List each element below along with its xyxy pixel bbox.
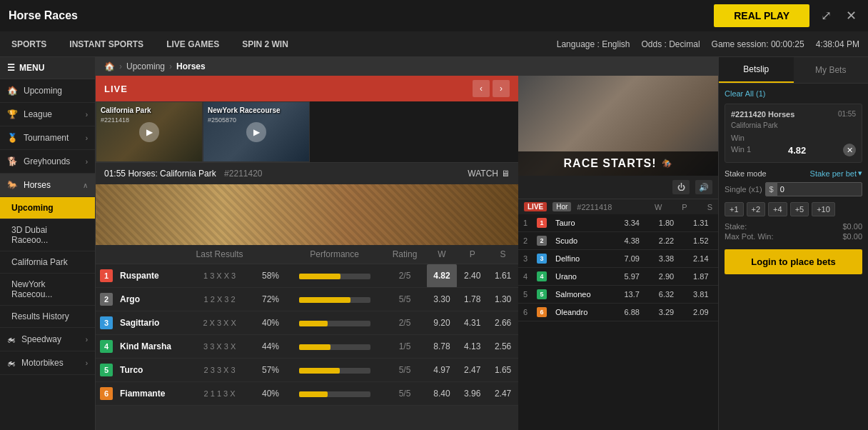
cell-s[interactable]: 1.61 [488, 264, 518, 288]
cell-w[interactable]: 13.7 [615, 286, 649, 304]
live-thumb-california[interactable]: California Park #2211418 ▶ [96, 101, 203, 162]
title-bar: Horse Races REAL PLAY ⤢ ✕ [0, 0, 868, 31]
sidebar-sub-results[interactable]: Results History [0, 306, 95, 328]
sidebar-item-motorbikes[interactable]: 🏍 Motorbikes › [0, 351, 95, 375]
sidebar-item-speedway[interactable]: 🏍 Speedway › [0, 328, 95, 351]
nav-spin2win[interactable]: SPIN 2 WIN [239, 31, 291, 57]
cell-w[interactable]: 4.38 [615, 232, 649, 250]
sidebar-item-league[interactable]: 🏆 League › [0, 103, 95, 126]
cell-w[interactable]: 5.97 [615, 268, 649, 286]
volume-button[interactable]: 🔊 [695, 180, 712, 194]
cell-p[interactable]: 1.78 [457, 288, 488, 311]
stake-input[interactable] [777, 183, 806, 196]
cell-pos: 4 [518, 268, 533, 286]
sidebar-sub-upcoming[interactable]: Upcoming [0, 197, 95, 219]
cell-p[interactable]: 3.96 [457, 382, 488, 406]
cell-num: 4 [533, 268, 551, 286]
watch-button[interactable]: WATCH 🖥 [468, 169, 510, 179]
sidebar-item-tournament[interactable]: 🏅 Tournament › [0, 126, 95, 150]
cell-s[interactable]: 2.47 [488, 382, 518, 406]
cell-w[interactable]: 4.82 [427, 264, 458, 288]
cell-p[interactable]: 4.31 [457, 311, 488, 335]
sidebar-sub-3ddubai[interactable]: 3D Dubai Raceoo... [0, 219, 95, 251]
cell-s[interactable]: 2.66 [488, 311, 518, 335]
cell-s[interactable]: 3.81 [684, 286, 718, 304]
cell-perf-bar [286, 264, 383, 288]
sidebar-sub-california[interactable]: California Park [0, 251, 95, 274]
live-thumb-newyork[interactable]: NewYork Racecourse #2505870 ▶ [203, 101, 310, 162]
p-header: P [682, 203, 687, 211]
cell-s[interactable]: 1.87 [684, 268, 718, 286]
breadcrumb-home-icon[interactable]: 🏠 [104, 61, 115, 71]
real-play-button[interactable]: REAL PLAY [714, 4, 809, 27]
clear-all-button[interactable]: Clear All (1) [725, 89, 862, 98]
breadcrumb: 🏠 › Upcoming › Horses [96, 57, 718, 76]
remove-bet-button[interactable]: ✕ [843, 144, 856, 156]
cell-s[interactable]: 2.14 [684, 250, 718, 268]
cell-s[interactable]: 1.52 [684, 232, 718, 250]
quick-bet-plus5[interactable]: +5 [790, 202, 809, 216]
cell-w[interactable]: 8.78 [427, 335, 458, 359]
cell-num: 6 [533, 304, 551, 321]
cell-s[interactable]: 1.65 [488, 359, 518, 382]
list-item: 4 4 Urano 5.97 2.90 1.87 [518, 268, 718, 286]
sidebar-item-greyhounds[interactable]: 🐕 Greyhounds › [0, 150, 95, 174]
breadcrumb-upcoming[interactable]: Upcoming [126, 61, 165, 71]
live-prev-button[interactable]: ‹ [473, 80, 490, 97]
menu-header[interactable]: ☰ MENU [0, 57, 95, 79]
cell-p[interactable]: 3.38 [649, 250, 683, 268]
cell-p[interactable]: 3.29 [649, 304, 683, 321]
sidebar-sub-newyork[interactable]: NewYork Racecou... [0, 274, 95, 306]
list-item: 3 3 Delfino 7.09 3.38 2.14 [518, 250, 718, 268]
cell-p[interactable]: 2.40 [457, 264, 488, 288]
cell-p[interactable]: 2.22 [649, 232, 683, 250]
cell-p[interactable]: 1.80 [649, 214, 683, 232]
cell-s[interactable]: 2.09 [684, 304, 718, 321]
cell-w[interactable]: 4.97 [427, 359, 458, 382]
cell-p[interactable]: 4.13 [457, 335, 488, 359]
quick-bet-plus1[interactable]: +1 [725, 202, 744, 216]
cell-perf-label: 40% [255, 382, 286, 406]
expand-button[interactable]: ⤢ [818, 5, 834, 26]
quick-bet-plus2[interactable]: +2 [747, 202, 766, 216]
quick-bet-plus10[interactable]: +10 [812, 202, 835, 216]
cell-p[interactable]: 6.32 [649, 286, 683, 304]
cell-fraction: 1/5 [383, 335, 426, 359]
power-button[interactable]: ⏻ [672, 180, 690, 194]
tab-betslip[interactable]: Betslip [719, 57, 794, 83]
nav-sports[interactable]: SPORTS [9, 31, 49, 57]
cell-name: Kind Marsha [120, 335, 184, 359]
sidebar-item-upcoming[interactable]: 🏠 Upcoming [0, 79, 95, 103]
cell-s[interactable]: 1.31 [684, 214, 718, 232]
tab-mybets[interactable]: My Bets [794, 57, 869, 83]
cell-w[interactable]: 3.30 [427, 288, 458, 311]
login-to-place-bets-button[interactable]: Login to place bets [725, 249, 862, 274]
bet-type: Win [731, 134, 856, 142]
speedway-icon: 🏍 [7, 334, 16, 344]
stake-per-bet-selector[interactable]: Stake per bet ▾ [810, 169, 862, 178]
cell-last: 1 3 X X 3 [184, 264, 255, 288]
sidebar-item-horses[interactable]: 🐎 Horses ∧ [0, 174, 95, 197]
cell-last: 2 X 3 X X [184, 311, 255, 335]
cell-s[interactable]: 2.56 [488, 335, 518, 359]
cell-w[interactable]: 6.88 [615, 304, 649, 321]
cell-w[interactable]: 3.34 [615, 214, 649, 232]
nav-instant-sports[interactable]: INSTANT SPORTS [66, 31, 146, 57]
odds-selector[interactable]: Odds : Decimal [642, 39, 700, 49]
cell-p[interactable]: 2.90 [649, 268, 683, 286]
list-item: 2 2 Scudo 4.38 2.22 1.52 [518, 232, 718, 250]
cell-w[interactable]: 9.20 [427, 311, 458, 335]
cell-w[interactable]: 8.40 [427, 382, 458, 406]
horse-icon: 🐎 [7, 180, 18, 190]
cell-p[interactable]: 2.47 [457, 359, 488, 382]
table-row: 4 Kind Marsha 3 3 X 3 X 44% 1/5 8.78 4.1… [96, 335, 518, 359]
close-button[interactable]: ✕ [843, 5, 859, 26]
cell-w[interactable]: 7.09 [615, 250, 649, 268]
sidebar-item-label: Speedway [21, 334, 61, 344]
cell-fraction: 5/5 [383, 382, 426, 406]
quick-bet-plus4[interactable]: +4 [768, 202, 787, 216]
cell-s[interactable]: 1.30 [488, 288, 518, 311]
nav-live-games[interactable]: LIVE GAMES [163, 31, 222, 57]
live-next-button[interactable]: › [493, 80, 510, 97]
language-selector[interactable]: Language : English [557, 39, 630, 49]
